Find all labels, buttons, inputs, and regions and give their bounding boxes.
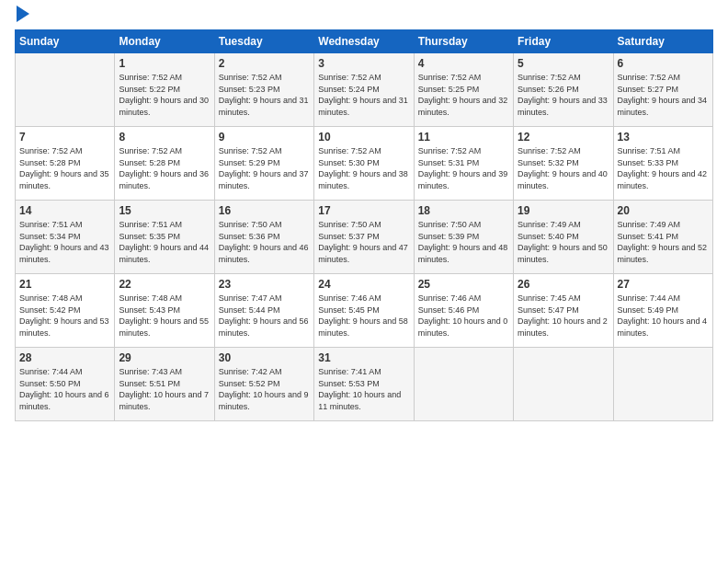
calendar-cell: 2 Sunrise: 7:52 AM Sunset: 5:23 PM Dayli… [214,53,313,127]
day-number: 28 [19,351,110,364]
calendar-cell: 28 Sunrise: 7:44 AM Sunset: 5:50 PM Dayl… [16,348,115,421]
calendar-cell: 9 Sunrise: 7:52 AM Sunset: 5:29 PM Dayli… [214,127,313,201]
day-number: 4 [418,57,509,70]
calendar-cell: 24 Sunrise: 7:46 AM Sunset: 5:45 PM Dayl… [314,274,414,348]
day-info: Sunrise: 7:51 AM Sunset: 5:35 PM Dayligh… [119,219,210,265]
day-info: Sunrise: 7:44 AM Sunset: 5:49 PM Dayligh… [618,293,709,339]
weekday-header-tuesday: Tuesday [214,30,313,53]
calendar-cell: 13 Sunrise: 7:51 AM Sunset: 5:33 PM Dayl… [613,127,712,201]
calendar-cell: 30 Sunrise: 7:42 AM Sunset: 5:52 PM Dayl… [214,348,313,421]
day-number: 11 [418,131,509,144]
calendar-cell [514,348,613,421]
calendar-cell [613,348,712,421]
calendar-cell: 22 Sunrise: 7:48 AM Sunset: 5:43 PM Dayl… [115,274,214,348]
day-info: Sunrise: 7:44 AM Sunset: 5:50 PM Dayligh… [19,366,110,412]
weekday-header-thursday: Thursday [414,30,513,53]
day-number: 22 [119,278,210,291]
day-info: Sunrise: 7:52 AM Sunset: 5:22 PM Dayligh… [119,72,210,118]
day-info: Sunrise: 7:52 AM Sunset: 5:32 PM Dayligh… [518,145,609,191]
weekday-header-friday: Friday [514,30,613,53]
calendar-cell: 27 Sunrise: 7:44 AM Sunset: 5:49 PM Dayl… [613,274,712,348]
day-number: 20 [618,204,709,217]
calendar-cell: 21 Sunrise: 7:48 AM Sunset: 5:42 PM Dayl… [16,274,115,348]
day-info: Sunrise: 7:46 AM Sunset: 5:46 PM Dayligh… [418,293,509,339]
day-info: Sunrise: 7:52 AM Sunset: 5:26 PM Dayligh… [518,72,609,118]
day-info: Sunrise: 7:52 AM Sunset: 5:27 PM Dayligh… [618,72,709,118]
day-number: 10 [318,131,409,144]
day-info: Sunrise: 7:52 AM Sunset: 5:23 PM Dayligh… [219,72,310,118]
day-number: 6 [618,57,709,70]
calendar-cell: 14 Sunrise: 7:51 AM Sunset: 5:34 PM Dayl… [16,201,115,274]
calendar-cell: 17 Sunrise: 7:50 AM Sunset: 5:37 PM Dayl… [314,201,414,274]
day-number: 19 [518,204,609,217]
calendar-cell: 8 Sunrise: 7:52 AM Sunset: 5:28 PM Dayli… [115,127,214,201]
calendar-cell: 20 Sunrise: 7:49 AM Sunset: 5:41 PM Dayl… [613,201,712,274]
day-number: 8 [119,131,210,144]
day-info: Sunrise: 7:51 AM Sunset: 5:34 PM Dayligh… [19,219,110,265]
calendar-cell: 15 Sunrise: 7:51 AM Sunset: 5:35 PM Dayl… [115,201,214,274]
day-info: Sunrise: 7:50 AM Sunset: 5:36 PM Dayligh… [219,219,310,265]
day-info: Sunrise: 7:49 AM Sunset: 5:40 PM Dayligh… [518,219,609,265]
day-info: Sunrise: 7:50 AM Sunset: 5:39 PM Dayligh… [418,219,509,265]
weekday-header-saturday: Saturday [613,30,712,53]
day-number: 12 [518,131,609,144]
calendar-cell: 18 Sunrise: 7:50 AM Sunset: 5:39 PM Dayl… [414,201,513,274]
day-info: Sunrise: 7:52 AM Sunset: 5:25 PM Dayligh… [418,72,509,118]
day-number: 18 [418,204,509,217]
week-row-2: 7 Sunrise: 7:52 AM Sunset: 5:28 PM Dayli… [16,127,713,201]
day-info: Sunrise: 7:52 AM Sunset: 5:24 PM Dayligh… [318,72,409,118]
day-info: Sunrise: 7:51 AM Sunset: 5:33 PM Dayligh… [618,145,709,191]
day-info: Sunrise: 7:52 AM Sunset: 5:31 PM Dayligh… [418,145,509,191]
day-info: Sunrise: 7:49 AM Sunset: 5:41 PM Dayligh… [618,219,709,265]
logo-arrow-icon [17,6,29,22]
calendar-cell: 4 Sunrise: 7:52 AM Sunset: 5:25 PM Dayli… [414,53,513,127]
calendar-table: SundayMondayTuesdayWednesdayThursdayFrid… [15,29,713,421]
calendar-cell: 26 Sunrise: 7:45 AM Sunset: 5:47 PM Dayl… [514,274,613,348]
day-number: 2 [219,57,310,70]
page: SundayMondayTuesdayWednesdayThursdayFrid… [0,0,728,431]
day-info: Sunrise: 7:47 AM Sunset: 5:44 PM Dayligh… [219,293,310,339]
calendar-cell: 1 Sunrise: 7:52 AM Sunset: 5:22 PM Dayli… [115,53,214,127]
day-number: 25 [418,278,509,291]
logo [15,9,29,22]
day-number: 13 [618,131,709,144]
calendar-cell: 16 Sunrise: 7:50 AM Sunset: 5:36 PM Dayl… [214,201,313,274]
day-number: 23 [219,278,310,291]
day-info: Sunrise: 7:46 AM Sunset: 5:45 PM Dayligh… [318,293,409,339]
day-number: 14 [19,204,110,217]
day-number: 30 [219,351,310,364]
calendar-cell [414,348,513,421]
calendar-cell: 23 Sunrise: 7:47 AM Sunset: 5:44 PM Dayl… [214,274,313,348]
weekday-header-row: SundayMondayTuesdayWednesdayThursdayFrid… [16,30,713,53]
calendar-cell [16,53,115,127]
day-info: Sunrise: 7:52 AM Sunset: 5:29 PM Dayligh… [219,145,310,191]
calendar-cell: 6 Sunrise: 7:52 AM Sunset: 5:27 PM Dayli… [613,53,712,127]
calendar-cell: 5 Sunrise: 7:52 AM Sunset: 5:26 PM Dayli… [514,53,613,127]
day-info: Sunrise: 7:52 AM Sunset: 5:30 PM Dayligh… [318,145,409,191]
week-row-4: 21 Sunrise: 7:48 AM Sunset: 5:42 PM Dayl… [16,274,713,348]
day-number: 7 [19,131,110,144]
header [15,9,713,22]
calendar-cell: 19 Sunrise: 7:49 AM Sunset: 5:40 PM Dayl… [514,201,613,274]
day-number: 27 [618,278,709,291]
calendar-cell: 12 Sunrise: 7:52 AM Sunset: 5:32 PM Dayl… [514,127,613,201]
day-number: 21 [19,278,110,291]
calendar-cell: 3 Sunrise: 7:52 AM Sunset: 5:24 PM Dayli… [314,53,414,127]
day-number: 15 [119,204,210,217]
week-row-3: 14 Sunrise: 7:51 AM Sunset: 5:34 PM Dayl… [16,201,713,274]
day-info: Sunrise: 7:43 AM Sunset: 5:51 PM Dayligh… [119,366,210,412]
calendar-cell: 7 Sunrise: 7:52 AM Sunset: 5:28 PM Dayli… [16,127,115,201]
day-info: Sunrise: 7:52 AM Sunset: 5:28 PM Dayligh… [119,145,210,191]
weekday-header-monday: Monday [115,30,214,53]
calendar-cell: 11 Sunrise: 7:52 AM Sunset: 5:31 PM Dayl… [414,127,513,201]
day-number: 17 [318,204,409,217]
day-number: 31 [318,351,409,364]
day-number: 29 [119,351,210,364]
day-number: 26 [518,278,609,291]
weekday-header-sunday: Sunday [16,30,115,53]
calendar-cell: 29 Sunrise: 7:43 AM Sunset: 5:51 PM Dayl… [115,348,214,421]
week-row-5: 28 Sunrise: 7:44 AM Sunset: 5:50 PM Dayl… [16,348,713,421]
day-info: Sunrise: 7:45 AM Sunset: 5:47 PM Dayligh… [518,293,609,339]
day-number: 1 [119,57,210,70]
calendar-cell: 25 Sunrise: 7:46 AM Sunset: 5:46 PM Dayl… [414,274,513,348]
